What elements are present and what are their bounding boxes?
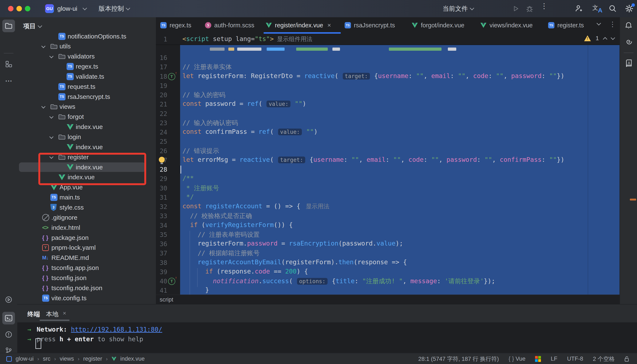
structure-tool-button[interactable] <box>2 58 15 70</box>
tree-item-regex-ts[interactable]: TSregex.ts <box>17 62 156 71</box>
prev-warning-button[interactable] <box>603 37 607 41</box>
tree-item-readme-md[interactable]: M↓README.md <box>17 253 156 262</box>
terminal-tool-button[interactable] <box>2 312 15 324</box>
tree-item-index-vue[interactable]: index.vue <box>17 142 156 152</box>
prompt-arrow-icon: → <box>27 326 31 333</box>
notifications-bell-button[interactable] <box>622 19 635 32</box>
status-plugin-widget[interactable] <box>535 356 541 362</box>
close-window-button[interactable] <box>8 6 14 11</box>
terminal-tab-close-icon[interactable]: × <box>63 310 66 317</box>
editor-tab-auth-form-scss[interactable]: Sauth-form.scss <box>201 17 266 33</box>
run-button[interactable] <box>512 5 519 12</box>
status-encoding[interactable]: UTF-8 <box>567 356 583 362</box>
sticky-code-line[interactable]: 1 <script setup lang="ts"> 显示组件用法 1 <box>156 34 619 45</box>
tree-item-pnpm-lock-yaml[interactable]: Ypnpm-lock.yaml <box>17 243 156 252</box>
more-actions-button[interactable]: ⋮ <box>541 5 548 7</box>
more-tools-button[interactable]: ⋯ <box>2 74 15 87</box>
project-panel-title: 项目 <box>23 22 36 30</box>
tree-item-notificationoptions-ts[interactable]: TSnotificationOptions.ts <box>17 32 156 41</box>
translate-gutter-icon[interactable]: T <box>168 73 175 80</box>
chevron-down-icon[interactable] <box>41 44 46 48</box>
tree-item-validators[interactable]: validators <box>17 52 156 61</box>
services-tool-button[interactable] <box>2 293 15 306</box>
terminal-link[interactable]: http://192.168.1.131:80/ <box>71 326 162 333</box>
project-tool-button[interactable] <box>2 20 15 32</box>
ai-assistant-button[interactable] <box>622 35 635 48</box>
terminal-output[interactable]: →Network: http://192.168.1.131:80/→press… <box>17 322 637 353</box>
editor-tab-views-index-vue[interactable]: views/index.vue <box>477 17 548 33</box>
clipped-line-fragment <box>237 48 261 51</box>
translate-gutter-icon[interactable]: T <box>168 278 175 285</box>
debug-button[interactable] <box>526 5 533 12</box>
project-panel-header[interactable]: 项目 <box>23 22 42 30</box>
editor-tab-register-index-vue[interactable]: register/index.vue× <box>262 17 345 33</box>
editor-tab-rsajsencrypt-ts[interactable]: TSrsaJsencrypt.ts <box>341 17 411 33</box>
tab-options-button[interactable]: ⋮ <box>609 20 616 28</box>
chevron-down-icon[interactable] <box>41 104 46 108</box>
status-file-type[interactable]: { } Vue <box>509 356 525 362</box>
minimize-window-button[interactable] <box>17 6 22 11</box>
code-line-32: const registerAccount = () => { 显示用法 <box>182 202 329 210</box>
chevron-down-icon <box>126 6 130 10</box>
tree-item-utils[interactable]: utils <box>17 42 156 51</box>
code-line-38: registerAccountByEmail(registerForm).the… <box>182 258 407 266</box>
breadcrumb-item[interactable]: views <box>60 356 74 362</box>
status-indent-setting[interactable]: 2 个空格 <box>593 355 615 363</box>
tree-item-main-ts[interactable]: TSmain.ts <box>17 193 156 202</box>
tree-item-forgot[interactable]: forgot <box>17 112 156 122</box>
chevron-down-icon[interactable] <box>49 114 54 119</box>
tree-item-rsajsencrypt-ts[interactable]: TSrsaJsencrypt.ts <box>17 92 156 102</box>
zoom-window-button[interactable] <box>25 6 30 11</box>
breadcrumb-item[interactable]: index.vue <box>120 356 145 362</box>
translate-icon[interactable]: 文 A <box>592 4 602 14</box>
code-editor[interactable]: 1617// 注册表单实体18Tlet registerForm: Regist… <box>156 44 619 294</box>
tree-item--gitignore[interactable]: .gitignore <box>17 213 156 222</box>
tab-close-icon[interactable]: × <box>327 22 331 29</box>
editor-tab-regex-ts[interactable]: TSregex.ts <box>157 17 205 33</box>
project-widget[interactable]: GU glow-ui <box>45 4 86 13</box>
status-line-ending[interactable]: LF <box>551 356 557 362</box>
status-caret-position[interactable]: 28:1 (5747 字符, 187 行 换行符) <box>418 355 499 363</box>
tree-item-style-css[interactable]: 3style.css <box>17 202 156 212</box>
vcs-widget[interactable]: 版本控制 <box>99 4 130 13</box>
tree-item-tsconfig-app-json[interactable]: { }tsconfig.app.json <box>17 263 156 273</box>
chevron-down-icon[interactable] <box>49 135 54 139</box>
editor-tab-forgot-index-vue[interactable]: forgot/index.vue <box>408 17 480 33</box>
terminal-tool-title[interactable]: 终端 <box>27 310 40 318</box>
editor-tab-register-ts[interactable]: TSregister.ts <box>545 17 601 33</box>
settings-gear-icon[interactable] <box>625 4 634 14</box>
chevron-down-icon[interactable] <box>49 54 54 58</box>
tree-item-login[interactable]: login <box>17 132 156 142</box>
search-icon[interactable] <box>609 5 617 12</box>
breadcrumb-tag[interactable]: script <box>160 296 173 303</box>
code-line-29: /** <box>182 174 194 182</box>
intention-bulb-icon[interactable] <box>159 157 165 163</box>
status-lock-icon[interactable] <box>624 356 630 362</box>
next-warning-button[interactable] <box>611 35 615 40</box>
tree-item-tsconfig-json[interactable]: { }tsconfig.json <box>17 273 156 282</box>
add-user-icon[interactable] <box>575 5 583 12</box>
breadcrumb-item[interactable]: src <box>43 356 51 362</box>
tree-item-package-json[interactable]: { }package.json <box>17 233 156 242</box>
inspections-widget[interactable]: 1 <box>584 35 614 42</box>
tree-item-validate-ts[interactable]: TSvalidate.ts <box>17 72 156 81</box>
vue-file-icon <box>480 22 487 28</box>
terminal-tab-local[interactable]: 本地 <box>46 310 59 318</box>
status-breadcrumb[interactable]: glow-ui›src›views›register›index.vue <box>6 356 145 362</box>
tree-item-views[interactable]: views <box>17 102 156 112</box>
tree-item-tsconfig-node-json[interactable]: { }tsconfig.node.json <box>17 283 156 293</box>
tree-item-vite-config-ts[interactable]: TSvite.config.ts <box>17 293 156 303</box>
vue-file-icon <box>67 144 74 150</box>
run-widget[interactable]: 当前文件 <box>443 0 474 17</box>
documentation-book-button[interactable]: A <box>622 57 635 70</box>
terminal-tab-indicator <box>40 320 70 321</box>
settings-notification-dot <box>631 3 635 7</box>
tab-list-chevron-button[interactable] <box>597 22 600 26</box>
breadcrumb-item[interactable]: register <box>83 356 102 362</box>
tree-item-request-ts[interactable]: TSrequest.ts <box>17 82 156 91</box>
tree-item-index-vue[interactable]: index.vue <box>17 122 156 132</box>
problems-tool-button[interactable] <box>2 328 15 341</box>
line-number: 39 <box>156 268 167 276</box>
breadcrumb-item[interactable]: glow-ui <box>16 356 34 362</box>
tree-item-index-html[interactable]: <>index.html <box>17 223 156 232</box>
